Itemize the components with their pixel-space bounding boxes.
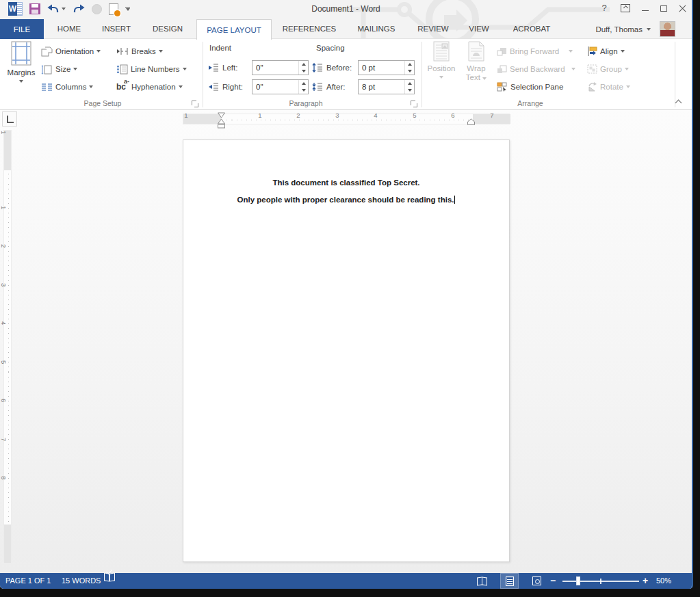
- line-numbers-label: Line Numbers: [131, 65, 180, 73]
- indent-left-down[interactable]: [298, 68, 308, 75]
- ribbon-page-layout: Margins Orientation Size: [0, 39, 692, 110]
- align-button[interactable]: Align: [587, 44, 625, 59]
- line-numbers-button[interactable]: Line Numbers: [116, 62, 187, 77]
- page-setup-group-label: Page Setup: [84, 99, 122, 107]
- send-backward-label: Send Backward: [510, 65, 565, 73]
- indent-header: Indent: [209, 44, 231, 52]
- tab-acrobat[interactable]: ACROBAT: [513, 19, 551, 39]
- page-setup-dialog-launcher[interactable]: [192, 101, 199, 108]
- columns-icon: [41, 82, 53, 92]
- save-icon[interactable]: [29, 3, 40, 14]
- group-label: Group: [600, 65, 622, 73]
- user-avatar[interactable]: [660, 21, 675, 37]
- status-bar: PAGE 1 OF 1 15 WORDS − + 50%: [0, 573, 692, 589]
- word-count[interactable]: 15 WORDS: [62, 573, 101, 589]
- horizontal-ruler[interactable]: [183, 114, 510, 124]
- columns-button[interactable]: Columns: [41, 79, 93, 94]
- breaks-button[interactable]: Breaks: [116, 44, 163, 59]
- indent-right-up[interactable]: [298, 80, 308, 87]
- tab-references[interactable]: REFERENCES: [283, 19, 337, 39]
- ruler-number: 4: [1, 321, 8, 325]
- spacing-before-down[interactable]: [404, 68, 414, 75]
- indent-right-label: Right:: [222, 83, 243, 91]
- spacing-after-down[interactable]: [404, 87, 414, 94]
- tab-stop-selector[interactable]: [2, 111, 17, 127]
- undo-button[interactable]: [47, 4, 66, 14]
- word-logo-letter: W: [8, 2, 17, 16]
- spacing-after-up[interactable]: [404, 80, 414, 87]
- read-mode-button[interactable]: [473, 573, 491, 589]
- document-page[interactable]: This document is classified Top Secret. …: [183, 140, 510, 562]
- ruler-number: 5: [411, 111, 419, 120]
- orientation-button[interactable]: Orientation: [41, 44, 101, 59]
- arrange-group-label: Arrange: [517, 99, 543, 107]
- vertical-ruler[interactable]: [3, 130, 12, 562]
- tab-mailings[interactable]: MAILINGS: [358, 19, 396, 39]
- zoom-in-button[interactable]: +: [643, 573, 648, 589]
- bring-forward-icon: [497, 47, 507, 56]
- zoom-percent[interactable]: 50%: [656, 573, 671, 589]
- minimize-button[interactable]: [642, 10, 649, 11]
- margins-icon: [11, 41, 31, 66]
- web-layout-button[interactable]: [528, 573, 546, 589]
- selection-pane-label: Selection Pane: [510, 83, 563, 91]
- read-mode-icon: [477, 577, 487, 585]
- columns-label: Columns: [55, 83, 86, 91]
- window-title: Document1 - Word: [311, 4, 380, 14]
- left-indent-markers[interactable]: [217, 112, 226, 129]
- redo-button[interactable]: [73, 4, 85, 14]
- spacing-before-up[interactable]: [404, 61, 414, 68]
- spacing-after-field: [358, 79, 415, 94]
- title-bar: W: [0, 0, 692, 19]
- selection-pane-button[interactable]: Selection Pane: [497, 79, 563, 94]
- tab-insert[interactable]: INSERT: [102, 19, 131, 39]
- tab-review[interactable]: REVIEW: [417, 19, 448, 39]
- spacing-after-label: After:: [326, 83, 345, 91]
- zoom-slider-thumb[interactable]: [576, 576, 580, 585]
- ruler-number: 4: [372, 111, 380, 120]
- size-icon: [41, 64, 53, 75]
- undo-dropdown-caret[interactable]: [62, 8, 66, 10]
- size-button[interactable]: Size: [41, 62, 77, 77]
- account-menu[interactable]: Duff, Thomas: [595, 19, 651, 39]
- zoom-out-button[interactable]: −: [550, 573, 556, 589]
- size-label: Size: [55, 65, 70, 73]
- group-button: Group: [587, 62, 629, 77]
- orientation-label: Orientation: [55, 47, 94, 55]
- page-indicator[interactable]: PAGE 1 OF 1: [5, 573, 51, 589]
- spacing-before-icon: [312, 63, 323, 72]
- undo-icon: [47, 4, 60, 14]
- quick-access-toolbar: W: [8, 2, 130, 16]
- word-window: W: [0, 0, 693, 589]
- collapse-ribbon-button[interactable]: [675, 99, 683, 105]
- word-app-icon[interactable]: W: [8, 2, 23, 16]
- hyphenation-button[interactable]: bca- Hyphenation: [116, 79, 183, 94]
- indent-right-down[interactable]: [298, 87, 308, 94]
- close-button[interactable]: [679, 5, 686, 12]
- create-pdf-icon[interactable]: [109, 3, 118, 15]
- tab-view[interactable]: VIEW: [469, 19, 489, 39]
- indent-left-up[interactable]: [298, 61, 308, 68]
- ruler-number: 2: [294, 111, 302, 120]
- tab-file[interactable]: FILE: [0, 19, 44, 39]
- spacing-after-icon: [312, 82, 323, 92]
- customize-quick-access-icon[interactable]: [125, 7, 130, 11]
- breaks-label: Breaks: [131, 47, 156, 55]
- ruler-number: 8: [1, 476, 8, 479]
- tab-page-layout-active[interactable]: PAGE LAYOUT: [196, 19, 272, 40]
- align-label: Align: [600, 47, 618, 55]
- account-dropdown-caret: [647, 28, 651, 31]
- repeat-icon-disabled: [92, 4, 102, 14]
- ribbon-display-options-icon[interactable]: [621, 4, 630, 12]
- help-button[interactable]: ?: [599, 3, 609, 13]
- print-layout-button[interactable]: [500, 573, 519, 589]
- tab-home[interactable]: HOME: [57, 19, 81, 39]
- screenshot-root: W: [0, 0, 700, 597]
- paragraph-dialog-launcher[interactable]: [411, 101, 418, 108]
- breaks-icon: [116, 47, 129, 56]
- margins-button[interactable]: Margins: [5, 41, 37, 100]
- tab-design[interactable]: DESIGN: [153, 19, 183, 39]
- maximize-button[interactable]: [660, 5, 667, 12]
- right-indent-marker[interactable]: [467, 118, 476, 126]
- group-icon: [587, 64, 597, 74]
